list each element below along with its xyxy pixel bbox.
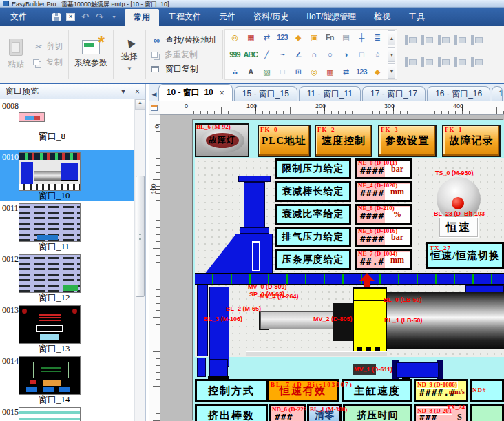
circle-icon[interactable]: ○	[322, 46, 337, 63]
undo-button[interactable]: ↶	[78, 10, 92, 24]
window-copy-button[interactable]: 窗口复制	[151, 63, 217, 75]
qat-more-button[interactable]: ▾	[107, 10, 120, 24]
align-left-icon[interactable]	[403, 34, 418, 47]
numeric-icon[interactable]: 123	[274, 29, 290, 46]
select-dropdown-caret[interactable]: ▼	[127, 65, 132, 72]
tag2-icon[interactable]: ◆	[369, 63, 385, 81]
limit-pressure-value[interactable]: #### bar NE_0 (D-1011)	[355, 158, 412, 179]
scroll-up-arrow[interactable]: ▲	[135, 99, 145, 110]
same-size-icon[interactable]	[452, 57, 468, 69]
distribute-icon[interactable]	[469, 57, 484, 69]
switch2-icon[interactable]: ⇄	[337, 63, 353, 81]
ribbon-tab-home[interactable]: 常用	[125, 9, 159, 26]
slider-icon[interactable]: ╪	[353, 29, 369, 46]
window-item-8[interactable]: 0008 窗口_8	[0, 99, 135, 150]
align-right-icon[interactable]	[436, 34, 451, 47]
scrollbar-thumb[interactable]	[136, 176, 145, 297]
same-height-icon[interactable]	[436, 57, 451, 69]
doc-tab-window11[interactable]: 11 - 窗口_11	[299, 86, 361, 101]
align-bottom-icon[interactable]	[403, 57, 418, 69]
gallery-expand[interactable]: ▼	[388, 63, 395, 79]
system-parameters-button[interactable]: 系统参数	[69, 26, 113, 83]
compile-button[interactable]: ×	[64, 10, 77, 24]
toggle-switch-icon[interactable]: ⇄	[258, 29, 274, 46]
table-icon[interactable]: ⊞	[290, 63, 306, 81]
ascii-display-icon[interactable]: ABC	[242, 46, 258, 63]
lamp2-icon[interactable]: ◎	[306, 63, 322, 81]
decay-ratio-value[interactable]: #### % NE_6 (D-210)	[355, 204, 412, 225]
parameter-setting-button[interactable]: 参数设置 FK_3	[378, 125, 437, 157]
select-button[interactable]: ▲ 选择 ▼	[114, 26, 145, 83]
mode-switch-button[interactable]: 恒速/恒流切换 TX_27	[426, 242, 504, 269]
strip-thickness-value[interactable]: ##.# mm NE_7 (D-1004)	[355, 249, 412, 270]
ribbon-tab-view[interactable]: 检视	[365, 8, 399, 26]
ram-speed-value[interactable]: ####.# mm/s ND_9 (D-1086)	[414, 379, 468, 402]
multistate2-icon[interactable]: ▦	[322, 63, 337, 81]
ribbon-tab-project[interactable]: 工程文件	[159, 8, 210, 26]
frame-icon[interactable]: □	[274, 63, 290, 81]
panel-menu-icon[interactable]: ▼	[120, 88, 127, 95]
gallery-scroll-up[interactable]: ▲	[388, 30, 395, 45]
ribbon-tab-tool[interactable]: 工具	[399, 8, 434, 26]
clear-button[interactable]: 清零 BL_1 (M-300)	[307, 404, 342, 421]
copy-button[interactable]: 复制	[33, 57, 63, 68]
rectangle-icon[interactable]: □	[353, 46, 369, 63]
scale-icon[interactable]: ∴	[227, 63, 242, 81]
star-icon[interactable]: ☆	[369, 46, 385, 63]
freehand-icon[interactable]: ~	[274, 46, 290, 63]
item-view-icon[interactable]: ≣	[369, 29, 385, 46]
polyline-icon[interactable]: ∠	[290, 46, 306, 63]
numeric2-icon[interactable]: 123	[353, 63, 369, 81]
ruler-corner-button[interactable]	[149, 101, 160, 115]
gallery-scroll-down[interactable]: ▼	[388, 47, 395, 62]
panel-close-icon[interactable]: ×	[135, 87, 140, 96]
tab-close-icon[interactable]: ×	[220, 88, 224, 98]
doc-tab-window15[interactable]: 15 - 窗口_15	[234, 86, 297, 101]
design-canvas[interactable]: 故障灯 BL_6 (M-92) PLC地址 FK_0 速度控制 FK_2 参数设…	[160, 115, 504, 421]
align-center-icon[interactable]	[419, 34, 434, 47]
ribbon-tab-data-history[interactable]: 资料/历史	[244, 8, 297, 26]
align-middle-icon[interactable]	[469, 34, 484, 47]
function-key-icon[interactable]: Fn	[322, 29, 337, 46]
pie-icon[interactable]: ◑	[337, 46, 353, 63]
lamp-icon[interactable]: ◎	[227, 29, 242, 46]
text-icon[interactable]: A	[242, 63, 258, 81]
option-list-icon[interactable]: ▣	[306, 29, 322, 46]
find-replace-address-button[interactable]: ∞查找/替换地址	[151, 34, 217, 46]
doc-tab-window16[interactable]: 16 - 窗口_16	[427, 86, 490, 101]
plc-address-button[interactable]: PLC地址 FK_0	[258, 125, 311, 157]
speed-control-button[interactable]: 速度控制 FK_2	[315, 125, 372, 157]
window-item-15[interactable]: 0015	[0, 405, 135, 421]
paste-button[interactable]: 粘贴	[0, 26, 32, 83]
constant-speed-status[interactable]: 恒速有效 BL_7 (D_Bit-103807)	[267, 379, 339, 402]
cut-button[interactable]: ✂剪切	[33, 41, 63, 52]
doc-tab-window17[interactable]: 17 - 窗口_17	[362, 86, 426, 101]
tag-icon[interactable]: ◆	[290, 29, 306, 46]
multi-copy-button[interactable]: 多重复制	[151, 49, 217, 61]
tab-scroll-left-icon[interactable]: ◀	[150, 88, 158, 101]
ribbon-tab-iiot[interactable]: IIoT/能源管理	[297, 8, 365, 26]
preview-scrollbar[interactable]: ▲	[134, 99, 145, 421]
numeric-display-icon[interactable]: 999	[227, 46, 242, 63]
window-item-12[interactable]: 0012 窗口_12	[0, 252, 135, 303]
file-menu[interactable]: 文件	[0, 8, 37, 26]
window-item-10[interactable]: 0010 窗口_10	[0, 150, 135, 201]
rod-count-value[interactable]: ### ND_6 (D-223	[269, 404, 306, 421]
redo-button[interactable]: ↷	[93, 10, 106, 24]
fault-record-button[interactable]: 故障记录 FK_1	[442, 125, 501, 157]
combo-button-icon[interactable]: ▤	[337, 29, 353, 46]
multistate-lamp-icon[interactable]: ▦	[242, 29, 258, 46]
picture-icon[interactable]: ▨	[258, 63, 274, 81]
save-button[interactable]	[50, 10, 63, 24]
mode-lamp[interactable]: 恒速	[439, 218, 478, 237]
press-time-value[interactable]: ### S ND_8 (D-201 TX_24	[414, 404, 468, 421]
hmi-screen-window10[interactable]: 故障灯 BL_6 (M-92) PLC地址 FK_0 速度控制 FK_2 参数设…	[193, 120, 504, 421]
doc-tab-window10[interactable]: 10 - 窗口_10 ×	[158, 84, 233, 101]
same-width-icon[interactable]	[419, 57, 434, 69]
ribbon-tab-object[interactable]: 元件	[210, 8, 244, 26]
doc-tab-partial[interactable]: 1	[492, 86, 503, 101]
align-top-icon[interactable]	[452, 34, 468, 47]
decay-rod-length-value[interactable]: #### mm NE_4 (D-1020)	[355, 181, 412, 202]
exhaust-pressure-value[interactable]: #### bar NE_6 (D-1016)	[355, 227, 412, 247]
fault-lamp-button[interactable]: 故障灯 BL_6 (M-92)	[195, 123, 249, 157]
